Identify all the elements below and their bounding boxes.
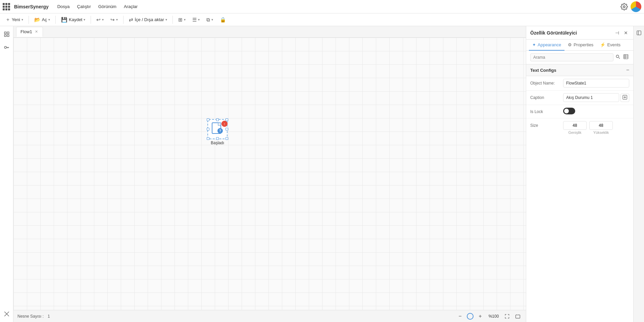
sidebar-bottom-icon[interactable]: [1, 309, 12, 319]
import-export-icon: ⇄: [129, 17, 133, 23]
sidebar-key-icon[interactable]: [1, 42, 12, 53]
handle-tm[interactable]: [216, 118, 219, 121]
search-button[interactable]: [615, 54, 621, 60]
text-configs-section: Text Configs −: [526, 64, 633, 76]
node-icon: ? !: [211, 121, 224, 137]
menu-calistir[interactable]: Çalıştır: [74, 3, 94, 10]
panel-search: [526, 51, 633, 64]
app-name: BimserSynergy: [14, 4, 49, 9]
handle-mr[interactable]: [226, 128, 228, 130]
menu-dosya[interactable]: Dosya: [54, 3, 73, 10]
new-label: Yeni: [12, 17, 20, 22]
settings-icon[interactable]: [621, 3, 628, 10]
is-lock-label: Is Lock: [530, 109, 560, 114]
canvas-area: Flow1 ✕: [13, 26, 526, 322]
zoom-in-button[interactable]: +: [476, 312, 484, 320]
zoom-value: %100: [487, 314, 500, 319]
events-tab-icon: ⚡: [600, 42, 605, 47]
import-export-button[interactable]: ⇄ İçe / Dışa aktar ▾: [126, 15, 169, 24]
undo-button[interactable]: ↩ ▾: [94, 15, 106, 24]
zoom-circle: [467, 313, 474, 320]
handle-bm[interactable]: [216, 137, 219, 140]
is-lock-toggle[interactable]: [563, 108, 575, 114]
menu-goruntum[interactable]: Görünüm: [95, 3, 120, 10]
title-bar-right: [621, 1, 641, 12]
caption-settings-button[interactable]: [621, 94, 629, 102]
far-right-icon[interactable]: [635, 29, 643, 37]
far-right-sidebar: [633, 26, 644, 322]
sidebar-tools-icon[interactable]: [1, 29, 12, 40]
layers-chevron: ▾: [198, 18, 200, 21]
toggle-thumb: [564, 109, 569, 113]
separator-2: [55, 16, 56, 24]
flow-node[interactable]: ? ! Başladı: [207, 119, 228, 145]
import-export-chevron: ▾: [165, 18, 167, 21]
appearance-tab-icon: ✦: [532, 42, 536, 47]
panel-close-button[interactable]: ✕: [623, 30, 629, 36]
new-chevron: ▾: [21, 18, 23, 21]
handle-bl[interactable]: [207, 137, 209, 140]
caption-value: [563, 93, 629, 102]
size-width-input[interactable]: [563, 121, 587, 130]
grid-button[interactable]: ⊞ ▾: [176, 15, 188, 24]
properties-tab-icon: ⚙: [568, 42, 572, 47]
svg-text:?: ?: [219, 129, 221, 133]
node-box[interactable]: ? !: [207, 119, 228, 139]
layers-icon: ☰: [192, 17, 197, 23]
svg-rect-12: [516, 315, 520, 318]
copy-button[interactable]: ⧉ ▾: [204, 15, 216, 24]
canvas-grid[interactable]: ? ! Başladı: [13, 38, 526, 310]
svg-rect-7: [218, 123, 221, 125]
open-label: Aç: [42, 17, 47, 22]
tab-appearance[interactable]: ✦ Appearance: [529, 40, 564, 51]
new-button[interactable]: ＋ Yeni ▾: [3, 15, 26, 24]
panel-header-actions: ⊣ ✕: [614, 30, 629, 36]
search-input[interactable]: [530, 53, 613, 61]
svg-rect-2: [7, 32, 9, 34]
panel-pin-button[interactable]: ⊣: [614, 30, 621, 36]
zoom-out-button[interactable]: −: [456, 312, 464, 320]
menu-araclar[interactable]: Araçlar: [120, 3, 141, 10]
svg-point-5: [4, 46, 6, 48]
handle-tl[interactable]: [207, 118, 209, 121]
caption-input[interactable]: [563, 93, 619, 102]
undo-chevron: ▾: [102, 18, 104, 21]
open-button[interactable]: 📂 Aç ▾: [32, 15, 53, 24]
copy-icon: ⧉: [206, 17, 210, 23]
tab-flow1-close[interactable]: ✕: [34, 30, 39, 34]
svg-text:!: !: [224, 122, 225, 126]
panel-table-button[interactable]: [623, 53, 629, 61]
panel-tabs: ✦ Appearance ⚙ Properties ⚡ Events: [526, 40, 633, 51]
save-chevron: ▾: [84, 18, 85, 21]
grid-icon[interactable]: [3, 3, 10, 10]
layers-button[interactable]: ☰ ▾: [190, 15, 202, 24]
separator-5: [172, 16, 173, 24]
is-lock-value: [563, 108, 629, 115]
tab-flow1[interactable]: Flow1 ✕: [16, 27, 43, 37]
left-sidebar: [0, 26, 13, 322]
redo-button[interactable]: ↪ ▾: [108, 15, 120, 24]
lock-button[interactable]: 🔒: [217, 15, 229, 24]
appearance-tab-label: Appearance: [538, 42, 561, 47]
section-collapse-button[interactable]: −: [626, 67, 629, 73]
zoom-fit-button[interactable]: [503, 312, 511, 320]
size-inputs: Genişlik Yükseklik: [563, 121, 613, 135]
toggle-track: [563, 108, 575, 114]
canvas-bottom: Nesne Sayısı : 1 − + %100: [13, 310, 526, 322]
size-height-input[interactable]: [589, 121, 613, 130]
tab-events[interactable]: ⚡ Events: [597, 40, 624, 51]
svg-rect-4: [4, 35, 6, 37]
grid-chevron: ▾: [184, 18, 186, 21]
copy-chevron: ▾: [211, 18, 213, 21]
separator-1: [29, 16, 29, 24]
handle-ml[interactable]: [207, 128, 209, 130]
fullscreen-button[interactable]: [514, 312, 522, 320]
svg-rect-16: [637, 31, 641, 35]
object-name-input[interactable]: [563, 79, 629, 88]
undo-icon: ↩: [96, 17, 101, 23]
tab-properties[interactable]: ⚙ Properties: [564, 40, 597, 51]
handle-br[interactable]: [226, 137, 228, 140]
main-area: Flow1 ✕: [0, 26, 644, 322]
save-button[interactable]: 💾 Kaydet ▾: [58, 15, 88, 24]
size-label: Size: [530, 121, 560, 128]
